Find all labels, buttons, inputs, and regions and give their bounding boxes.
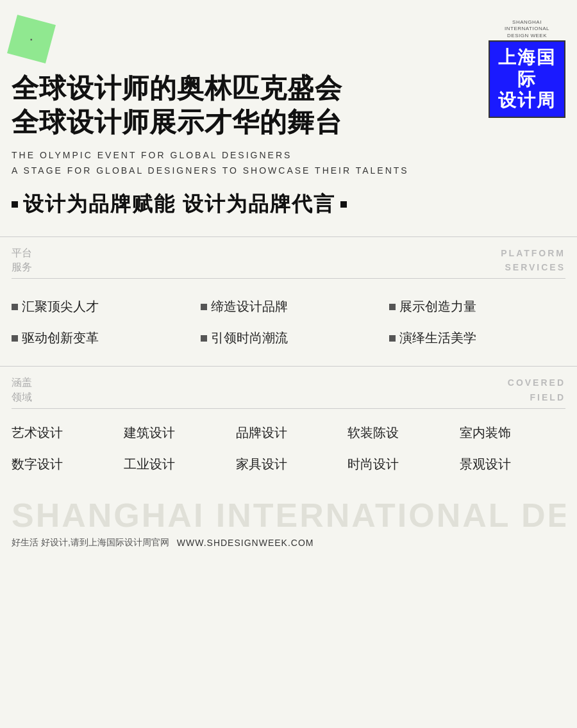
badge-small-text: SHANGHAI INTERNATIONAL DESIGN WEEK — [489, 19, 565, 39]
list-item: 品牌设计 — [236, 424, 342, 442]
list-item: 景观设计 — [460, 456, 565, 473]
service-text: 演绎生活美学 — [399, 329, 476, 347]
covered-field-divider: 涵盖 领域 COVERED FIELD — [0, 366, 577, 408]
bullet-left — [12, 201, 18, 208]
list-item: 展示创造力量 — [389, 298, 565, 315]
footer-text-en: WWW.SHDESIGNWEEK.COM — [177, 538, 314, 548]
platform-label-zh: 平台 服务 — [12, 246, 32, 275]
watermark-section: SHANGHAI INTERNATIONAL DESIGN WEEK — [0, 486, 577, 532]
platform-label-en: PLATFORM SERVICES — [501, 246, 565, 275]
top-section: SHANGHAI INTERNATIONAL DESIGN WEEK 上海国际 … — [0, 0, 577, 225]
list-item: 引领时尚潮流 — [201, 329, 377, 347]
list-item: 汇聚顶尖人才 — [12, 298, 188, 315]
service-text: 引领时尚潮流 — [211, 329, 288, 347]
list-item: 驱动创新变革 — [12, 329, 188, 347]
list-item: 建筑设计 — [124, 424, 230, 442]
fields-grid: 艺术设计 建筑设计 品牌设计 软装陈设 室内装饰 数字设计 工业设计 家具设计 … — [0, 409, 577, 486]
service-text: 汇聚顶尖人才 — [22, 298, 99, 315]
badge-container: SHANGHAI INTERNATIONAL DESIGN WEEK 上海国际 … — [489, 19, 565, 118]
service-text: 展示创造力量 — [399, 298, 476, 315]
main-headline-en: THE OLYMPIC EVENT FOR GLOBAL DESIGNERS A… — [12, 148, 565, 179]
services-grid: 汇聚顶尖人才 缔造设计品牌 展示创造力量 驱动创新变革 引领时尚潮流 演绎生活美… — [0, 279, 577, 360]
green-diamond-decoration — [7, 15, 56, 63]
service-bullet-icon — [12, 304, 18, 310]
list-item: 数字设计 — [12, 456, 117, 473]
footer-section: 好生活 好设计,请到上海国际设计周官网 WWW.SHDESIGNWEEK.COM — [0, 532, 577, 561]
service-text: 缔造设计品牌 — [211, 298, 288, 315]
list-item: 家具设计 — [236, 456, 342, 473]
list-item: 软装陈设 — [347, 424, 453, 442]
watermark-text: SHANGHAI INTERNATIONAL DESIGN WEEK — [12, 499, 565, 532]
list-item: 缔造设计品牌 — [201, 298, 377, 315]
list-item: 室内装饰 — [460, 424, 565, 442]
list-item: 工业设计 — [124, 456, 230, 473]
badge-blue: 上海国际 设计周 — [489, 40, 565, 118]
bullet-right — [340, 201, 347, 208]
sub-headline: 设计为品牌赋能 设计为品牌代言 — [12, 190, 565, 219]
list-item: 时尚设计 — [347, 456, 453, 473]
covered-label-zh: 涵盖 领域 — [12, 376, 32, 404]
covered-label-en: COVERED FIELD — [508, 376, 565, 404]
service-bullet-icon — [201, 335, 207, 342]
service-bullet-icon — [12, 335, 18, 342]
platform-services-divider: 平台 服务 PLATFORM SERVICES — [0, 236, 577, 279]
page-wrapper: SHANGHAI INTERNATIONAL DESIGN WEEK 上海国际 … — [0, 0, 577, 728]
list-item: 艺术设计 — [12, 424, 117, 442]
list-item: 演绎生活美学 — [389, 329, 565, 347]
service-bullet-icon — [389, 304, 396, 310]
footer-text-zh: 好生活 好设计,请到上海国际设计周官网 — [12, 537, 169, 549]
service-bullet-icon — [389, 335, 396, 342]
main-headline-zh: 全球设计师的奥林匹克盛会 全球设计师展示才华的舞台 — [12, 72, 565, 139]
service-text: 驱动创新变革 — [22, 329, 99, 347]
sub-headline-text: 设计为品牌赋能 设计为品牌代言 — [23, 190, 335, 219]
service-bullet-icon — [201, 304, 207, 310]
